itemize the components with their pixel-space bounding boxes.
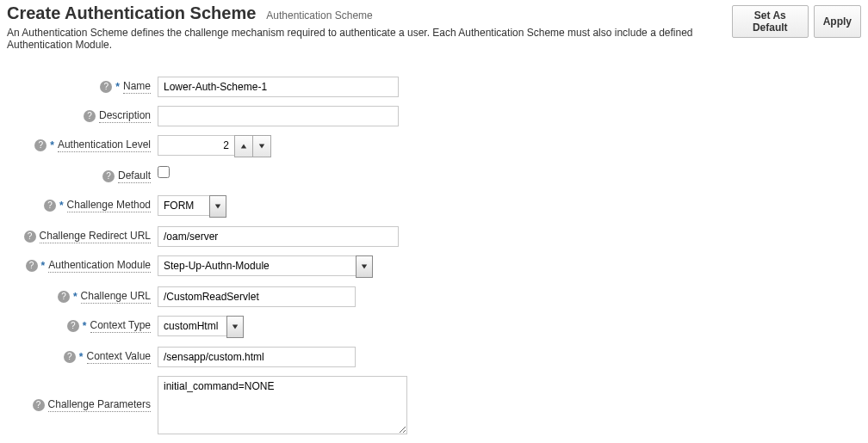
challenge-method-label: Challenge Method	[67, 199, 151, 212]
name-input[interactable]	[158, 77, 399, 97]
breadcrumb: Authentication Scheme	[266, 9, 372, 22]
page-subtitle: An Authentication Scheme defines the cha…	[7, 27, 732, 51]
required-marker: *	[115, 81, 120, 93]
apply-button[interactable]: Apply	[814, 5, 861, 38]
auth-level-up-button[interactable]	[234, 135, 253, 157]
context-type-value[interactable]	[158, 316, 226, 336]
auth-scheme-form: ? * Name ? Description ? * Authenticatio…	[7, 77, 861, 434]
auth-level-input[interactable]	[158, 135, 235, 156]
context-type-label: Context Type	[90, 319, 152, 333]
challenge-method-select[interactable]	[158, 195, 226, 218]
chevron-down-icon	[361, 263, 368, 270]
auth-module-value[interactable]	[158, 255, 356, 276]
help-icon: ?	[64, 351, 76, 363]
auth-module-select[interactable]	[158, 255, 373, 278]
help-icon: ?	[24, 231, 36, 243]
set-as-default-button[interactable]: Set As Default	[732, 5, 809, 38]
chevron-down-icon	[214, 203, 221, 210]
page-header: Create Authentication Scheme Authenticat…	[7, 3, 861, 51]
required-marker: *	[83, 320, 87, 332]
required-marker: *	[79, 351, 84, 363]
chevron-down-icon	[258, 143, 265, 150]
auth-module-dropdown-button[interactable]	[356, 255, 373, 278]
default-label: Default	[118, 169, 151, 183]
help-icon: ?	[102, 170, 115, 182]
challenge-url-label: Challenge URL	[81, 290, 151, 304]
help-icon: ?	[26, 260, 38, 272]
description-input[interactable]	[158, 106, 399, 126]
auth-level-label: Authentication Level	[58, 138, 151, 152]
default-checkbox[interactable]	[158, 166, 170, 178]
name-label: Name	[123, 80, 151, 94]
challenge-redirect-url-input[interactable]	[158, 226, 399, 247]
help-icon: ?	[34, 139, 46, 151]
help-icon: ?	[84, 110, 96, 122]
help-icon: ?	[33, 399, 45, 411]
challenge-redirect-url-label: Challenge Redirect URL	[40, 230, 151, 243]
help-icon: ?	[44, 200, 56, 212]
context-value-label: Context Value	[87, 350, 152, 364]
context-value-input[interactable]	[158, 347, 356, 367]
auth-level-down-button[interactable]	[252, 135, 271, 157]
auth-level-stepper	[158, 135, 271, 157]
challenge-url-input[interactable]	[158, 286, 356, 307]
required-marker: *	[73, 291, 78, 303]
chevron-up-icon	[240, 143, 247, 150]
chevron-down-icon	[232, 323, 239, 330]
page-title: Create Authentication Scheme	[7, 3, 256, 23]
help-icon: ?	[58, 291, 70, 303]
challenge-method-value[interactable]	[158, 195, 209, 216]
help-icon: ?	[67, 320, 79, 332]
auth-module-label: Authentication Module	[48, 259, 151, 273]
required-marker: *	[59, 200, 64, 212]
help-icon: ?	[100, 81, 112, 93]
challenge-parameters-label: Challenge Parameters	[48, 398, 151, 412]
context-type-dropdown-button[interactable]	[226, 316, 244, 338]
description-label: Description	[99, 109, 151, 123]
context-type-select[interactable]	[158, 316, 244, 338]
required-marker: *	[41, 260, 46, 272]
challenge-method-dropdown-button[interactable]	[209, 195, 226, 218]
required-marker: *	[50, 139, 54, 151]
challenge-parameters-textarea[interactable]	[158, 376, 407, 434]
